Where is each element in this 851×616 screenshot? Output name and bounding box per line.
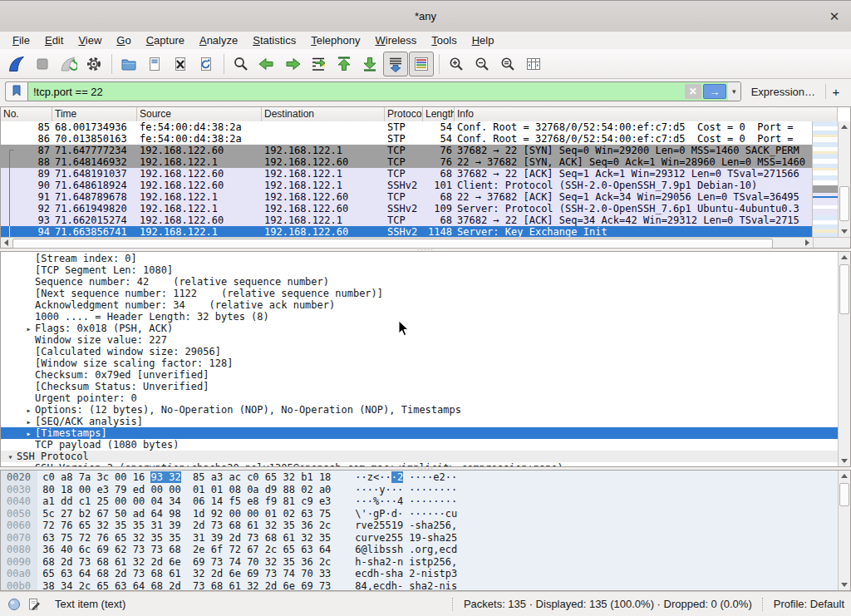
detail-line[interactable]: Acknowledgment number: 34 (relative ack … [1, 299, 838, 311]
restart-capture-button[interactable] [56, 52, 81, 76]
menu-telephony[interactable]: Telephony [303, 32, 367, 48]
expander-icon[interactable]: ▸ [22, 405, 35, 416]
detail-line[interactable]: [Checksum Status: Unverified] [1, 381, 838, 392]
hex-row-0030[interactable]: 0030 80 18 00 e3 79 ed 00 00 01 01 08 0a… [1, 484, 838, 496]
scroll-down-icon[interactable] [839, 579, 850, 590]
packet-row-87[interactable]: 8771.647777234192.168.122.60192.168.122.… [1, 145, 813, 156]
detail-line[interactable]: ▸Options: (12 bytes), No-Operation (NOP)… [1, 404, 838, 416]
packet-row-92[interactable]: 9271.661949820192.168.122.1192.168.122.6… [1, 203, 813, 214]
menu-file[interactable]: File [5, 32, 37, 48]
auto-scroll-button[interactable] [383, 52, 408, 76]
resize-columns-button[interactable] [521, 52, 546, 76]
filter-bookmark-button[interactable] [5, 81, 27, 101]
filter-apply-button[interactable]: → [703, 84, 726, 99]
hex-row-0020[interactable]: 0020 c0 a8 7a 3c 00 16 93 32 85 a3 ac c0… [1, 471, 838, 484]
menu-go[interactable]: Go [109, 32, 138, 48]
capture-options-button[interactable] [81, 52, 106, 76]
detail-line[interactable]: ▸[Timestamps] [1, 427, 838, 439]
hex-row-0080[interactable]: 0080 36 40 6c 69 62 73 73 68 2e 6f 72 67… [1, 544, 838, 556]
column-header-destination[interactable]: Destination [262, 107, 385, 121]
menu-edit[interactable]: Edit [37, 32, 71, 48]
expression-button[interactable]: Expression… [741, 86, 825, 98]
hex-row-00b0[interactable]: 00b0 38 34 2c 65 63 64 68 2d 73 68 61 32… [1, 580, 838, 591]
packet-row-86[interactable]: 8670.013850163fe:54:00:d4:38:2aSTP54Conf… [1, 133, 813, 145]
scrollbar-thumb[interactable] [12, 239, 773, 249]
menu-help[interactable]: Help [465, 32, 502, 48]
find-packet-button[interactable] [229, 52, 253, 76]
scroll-left-icon[interactable] [1, 238, 12, 248]
column-header-info[interactable]: Info [455, 107, 838, 121]
packet-row-91[interactable]: 9171.648789678192.168.122.1192.168.122.6… [1, 191, 813, 203]
detail-line[interactable]: ▸SSH Version 2 (encryption:chacha20-poly… [1, 462, 838, 466]
packet-row-89[interactable]: 8971.648191037192.168.122.60192.168.122.… [1, 168, 813, 180]
detail-line[interactable]: ▸[SEQ/ACK analysis] [1, 416, 838, 427]
menu-view[interactable]: View [71, 32, 109, 48]
zoom-in-button[interactable] [444, 52, 469, 76]
close-file-button[interactable] [168, 52, 193, 76]
column-header-source[interactable]: Source [137, 107, 262, 121]
hex-row-0040[interactable]: 0040 a1 dd c1 25 00 00 04 34 06 14 f5 e8… [1, 495, 838, 508]
expander-icon[interactable]: ▾ [4, 451, 17, 463]
display-filter-input[interactable]: !tcp.port == 22 [28, 82, 683, 101]
column-header-time[interactable]: Time [52, 107, 137, 121]
zoom-reset-button[interactable] [495, 52, 520, 76]
packet-row-88[interactable]: 8871.648146932192.168.122.1192.168.122.6… [1, 156, 813, 168]
column-header-protocol[interactable]: Protocol [385, 107, 423, 121]
menu-statistics[interactable]: Statistics [245, 32, 303, 48]
packet-list-vscrollbar[interactable] [838, 121, 850, 237]
detail-line[interactable]: Sequence number: 42 (relative sequence n… [1, 276, 838, 288]
scroll-up-icon[interactable] [839, 252, 850, 263]
packet-row-85[interactable]: 8568.001734936fe:54:00:d4:38:2aSTP54Conf… [1, 121, 813, 133]
hex-row-0070[interactable]: 0070 63 75 72 76 65 32 35 35 31 39 2d 73… [1, 532, 838, 545]
zoom-out-button[interactable] [470, 52, 494, 76]
start-capture-button[interactable] [4, 52, 29, 76]
go-last-button[interactable] [357, 52, 382, 76]
expander-icon[interactable]: ▸ [22, 463, 35, 466]
detail-line[interactable]: [TCP Segment Len: 1080] [1, 264, 838, 276]
reload-file-button[interactable] [194, 52, 219, 76]
hex-row-0060[interactable]: 0060 72 76 65 32 35 35 31 39 2d 73 68 61… [1, 520, 838, 532]
packet-row-90[interactable]: 9071.648618924192.168.122.60192.168.122.… [1, 180, 813, 191]
hex-vscrollbar[interactable] [838, 471, 850, 590]
go-back-button[interactable] [254, 52, 279, 76]
scrollbar-thumb[interactable] [839, 483, 849, 506]
scroll-down-icon[interactable] [839, 226, 850, 237]
open-file-button[interactable] [116, 52, 141, 76]
scroll-down-icon[interactable] [839, 456, 850, 466]
detail-line[interactable]: Checksum: 0x79ed [unverified] [1, 369, 838, 381]
add-filter-button[interactable]: + [826, 85, 846, 99]
expander-icon[interactable]: ▸ [22, 428, 35, 440]
expander-icon[interactable]: ▸ [22, 416, 35, 428]
intelligent-scrollbar-minimap[interactable] [812, 121, 838, 237]
scrollbar-thumb[interactable] [839, 186, 849, 221]
go-forward-button[interactable] [280, 52, 305, 76]
menu-tools[interactable]: Tools [424, 32, 464, 48]
menu-wireless[interactable]: Wireless [368, 32, 425, 48]
filter-clear-button[interactable]: ✕ [685, 84, 701, 99]
hex-row-0090[interactable]: 0090 68 2d 73 68 61 32 2d 6e 69 73 74 70… [1, 556, 838, 569]
colorize-packets-button[interactable] [409, 52, 434, 76]
packet-row-93[interactable]: 9371.662015274192.168.122.60192.168.122.… [1, 214, 813, 226]
profile-text[interactable]: Profile: Default [774, 598, 844, 610]
hex-row-0050[interactable]: 0050 5c 27 b2 67 50 ad 64 98 1d 92 00 00… [1, 508, 838, 520]
expander-icon[interactable]: ▸ [22, 323, 35, 335]
detail-line[interactable]: 1000 .... = Header Length: 32 bytes (8) [1, 311, 838, 323]
column-header-no[interactable]: No. [1, 107, 52, 121]
save-file-button[interactable] [142, 52, 167, 76]
scroll-up-icon[interactable] [839, 471, 850, 481]
filter-dropdown-icon[interactable]: ▾ [728, 82, 740, 101]
scroll-up-icon[interactable] [839, 121, 850, 132]
packet-row-94[interactable]: 9471.663856741192.168.122.1192.168.122.6… [1, 226, 813, 237]
window-close-icon[interactable]: ✕ [826, 8, 843, 25]
detail-line[interactable]: [Calculated window size: 29056] [1, 346, 838, 357]
detail-line[interactable]: [Stream index: 0] [1, 253, 838, 264]
details-vscrollbar[interactable] [838, 252, 850, 466]
capture-comment-button[interactable] [27, 597, 42, 612]
column-header-length[interactable]: Length [423, 107, 455, 121]
detail-line[interactable]: ▸Flags: 0x018 (PSH, ACK) [1, 323, 838, 334]
scroll-right-icon[interactable] [802, 238, 813, 248]
detail-line[interactable]: ▾SSH Protocol [1, 451, 838, 462]
hex-row-00a0[interactable]: 00a0 65 63 64 68 2d 73 68 61 32 2d 6e 69… [1, 568, 838, 580]
expert-info-button[interactable] [7, 597, 22, 612]
detail-line[interactable]: Urgent pointer: 0 [1, 392, 838, 404]
